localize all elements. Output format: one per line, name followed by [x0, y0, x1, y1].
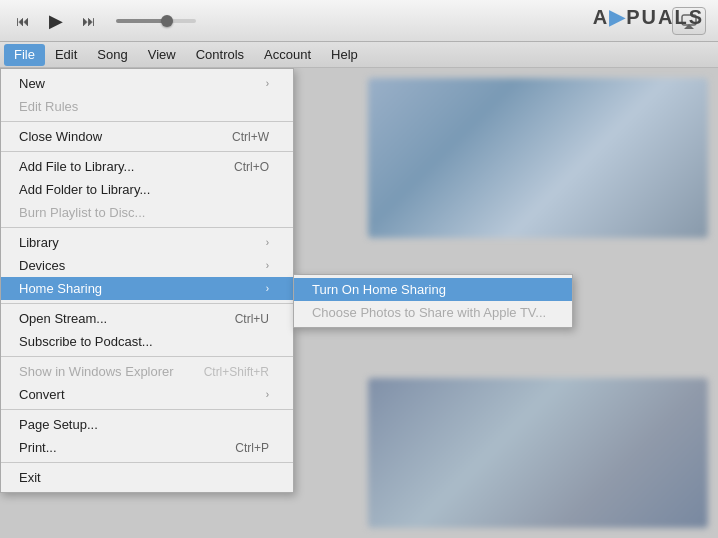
separator [1, 227, 293, 228]
menu-item-close-window[interactable]: Close Window Ctrl+W [1, 125, 293, 148]
separator [1, 121, 293, 122]
rewind-button[interactable]: ⏮ [12, 10, 34, 32]
menu-item-exit[interactable]: Exit [1, 466, 293, 489]
arrow-icon: › [266, 389, 269, 400]
file-dropdown: New › Edit Rules Close Window Ctrl+W Add… [0, 68, 294, 493]
menu-item-devices[interactable]: Devices › [1, 254, 293, 277]
volume-slider[interactable] [116, 19, 196, 23]
menu-item-library[interactable]: Library › [1, 231, 293, 254]
menu-item-show-explorer: Show in Windows Explorer Ctrl+Shift+R [1, 360, 293, 383]
submenu-item-turn-on[interactable]: Turn On Home Sharing [294, 278, 572, 301]
menu-item-new[interactable]: New › [1, 72, 293, 95]
separator [1, 151, 293, 152]
play-button[interactable]: ▶ [42, 7, 70, 35]
arrow-icon: › [266, 283, 269, 294]
toolbar: ⏮ ▶ ⏭ A▶PUALS [0, 0, 718, 42]
bg-image-1 [368, 78, 708, 238]
menu-item-home-sharing[interactable]: Home Sharing › Turn On Home Sharing Choo… [1, 277, 293, 300]
playback-controls: ⏮ ▶ ⏭ [12, 7, 100, 35]
menu-item-convert[interactable]: Convert › [1, 383, 293, 406]
arrow-icon: › [266, 260, 269, 271]
menubar: File Edit Song View Controls Account Hel… [0, 42, 718, 68]
menu-item-page-setup[interactable]: Page Setup... [1, 413, 293, 436]
menu-edit[interactable]: Edit [45, 44, 87, 66]
menu-item-edit-rules: Edit Rules [1, 95, 293, 118]
separator [1, 462, 293, 463]
home-sharing-submenu: Turn On Home Sharing Choose Photos to Sh… [293, 274, 573, 328]
forward-button[interactable]: ⏭ [78, 10, 100, 32]
arrow-icon: › [266, 237, 269, 248]
menu-item-add-file[interactable]: Add File to Library... Ctrl+O [1, 155, 293, 178]
menu-view[interactable]: View [138, 44, 186, 66]
separator [1, 356, 293, 357]
menu-help[interactable]: Help [321, 44, 368, 66]
app-logo: A▶PUALS [593, 4, 704, 30]
volume-thumb [161, 15, 173, 27]
separator [1, 303, 293, 304]
menu-controls[interactable]: Controls [186, 44, 254, 66]
submenu-item-choose-photos: Choose Photos to Share with Apple TV... [294, 301, 572, 324]
menu-file[interactable]: File [4, 44, 45, 66]
separator [1, 409, 293, 410]
menu-song[interactable]: Song [87, 44, 137, 66]
bg-image-2 [368, 378, 708, 528]
menu-item-subscribe[interactable]: Subscribe to Podcast... [1, 330, 293, 353]
menu-item-add-folder[interactable]: Add Folder to Library... [1, 178, 293, 201]
arrow-icon: › [266, 78, 269, 89]
menu-item-print[interactable]: Print... Ctrl+P [1, 436, 293, 459]
menu-item-burn-playlist: Burn Playlist to Disc... [1, 201, 293, 224]
main-content: New › Edit Rules Close Window Ctrl+W Add… [0, 68, 718, 538]
menu-account[interactable]: Account [254, 44, 321, 66]
menu-item-open-stream[interactable]: Open Stream... Ctrl+U [1, 307, 293, 330]
